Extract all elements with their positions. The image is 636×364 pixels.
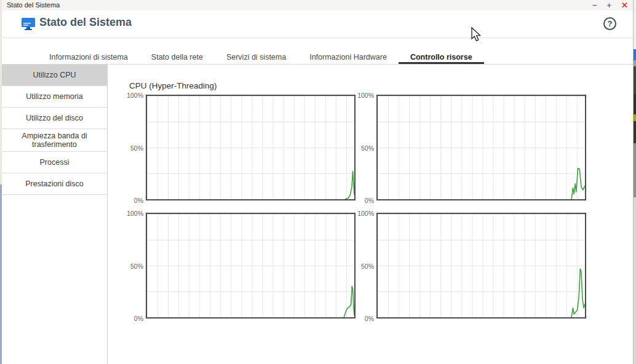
tab-servizi-di-sistema[interactable]: Servizi di sistema: [215, 52, 298, 64]
mouse-cursor: [471, 27, 484, 46]
tab-stato-della-rete[interactable]: Stato della rete: [140, 52, 215, 64]
help-icon[interactable]: ?: [603, 17, 616, 30]
minimize-icon[interactable]: −: [592, 0, 597, 10]
cpu-chart-4-plot: [376, 213, 586, 318]
cpu-chart-2-plot: [376, 95, 586, 200]
content-panel: CPU (Hyper-Threading) 100% 50% 0% 100% 5…: [108, 65, 633, 364]
tab-controllo-risorse[interactable]: Controllo risorse: [399, 52, 484, 64]
sidebar: Utilizzo CPU Utilizzo memoria Utilizzo d…: [2, 65, 108, 364]
sidebar-item-ampiezza-banda[interactable]: Ampiezza banda di trasferimento: [2, 129, 107, 152]
y-tick-0: 0%: [354, 197, 374, 204]
y-tick-50: 50%: [124, 263, 143, 270]
sidebar-item-utilizzo-memoria[interactable]: Utilizzo memoria: [2, 86, 107, 108]
window-title: Stato del Sistema: [7, 1, 60, 9]
app-header: Stato del Sistema ?: [2, 10, 633, 38]
maximize-icon[interactable]: +: [607, 0, 612, 10]
sidebar-item-utilizzo-del-disco[interactable]: Utilizzo del disco: [2, 108, 107, 129]
cpu-chart-1-plot: [146, 95, 356, 200]
monitor-icon: [21, 17, 36, 33]
tab-informazioni-hardware[interactable]: Informazioni Hardware: [298, 52, 399, 64]
desktop-edge-left: [0, 0, 2, 364]
titlebar: Stato del Sistema − + ✕: [2, 0, 633, 10]
close-icon[interactable]: ✕: [621, 0, 628, 10]
desktop: Stato del Sistema − + ✕ Stato del Sistem…: [0, 0, 636, 364]
y-tick-50: 50%: [354, 263, 374, 270]
header-spacer: [2, 38, 633, 52]
y-tick-0: 0%: [124, 197, 143, 204]
y-tick-0: 0%: [354, 315, 374, 322]
system-status-window: Stato del Sistema − + ✕ Stato del Sistem…: [2, 0, 634, 364]
y-tick-50: 50%: [354, 144, 374, 152]
y-tick-50: 50%: [124, 144, 143, 152]
section-title: CPU (Hyper-Threading): [129, 81, 217, 90]
y-tick-100: 100%: [124, 92, 143, 99]
desktop-edge-right: [634, 0, 636, 364]
tab-bar: Informazioni di sistema Stato della rete…: [2, 52, 633, 65]
window-controls: − + ✕: [592, 0, 628, 10]
y-tick-100: 100%: [124, 210, 143, 217]
y-tick-100: 100%: [354, 92, 374, 99]
tab-informazioni-di-sistema[interactable]: Informazioni di sistema: [38, 52, 140, 64]
main-area: Utilizzo CPU Utilizzo memoria Utilizzo d…: [2, 65, 633, 364]
sidebar-item-utilizzo-cpu[interactable]: Utilizzo CPU: [2, 65, 107, 86]
page-title: Stato del Sistema: [39, 16, 132, 29]
y-tick-0: 0%: [124, 315, 143, 322]
sidebar-item-processi[interactable]: Processi: [2, 152, 107, 173]
y-tick-100: 100%: [354, 210, 374, 217]
cpu-chart-3-plot: [146, 213, 356, 318]
sidebar-item-prestazioni-disco[interactable]: Prestazioni disco: [2, 173, 107, 195]
